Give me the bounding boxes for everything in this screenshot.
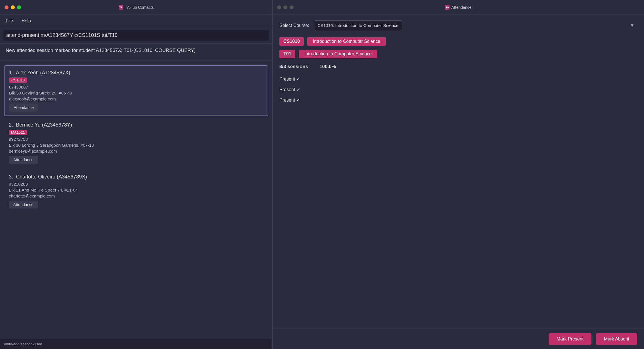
select-course-row: Select Course: CS1010: Introduction to C… [279, 20, 637, 30]
menu-help[interactable]: Help [22, 18, 31, 24]
left-window-title: TA TAHub Contacts [119, 5, 154, 10]
right-title-text: Attendance [451, 5, 472, 10]
attendance-button-1[interactable]: Attendance [9, 104, 38, 112]
course-dropdown[interactable]: CS1010: Introduction to Computer Science [314, 20, 402, 30]
attendance-record-3: Present ✓ [279, 97, 637, 103]
contact-name-1: 1. Alex Yeoh (A1234567X) [9, 70, 263, 76]
record-status-3: Present ✓ [279, 97, 637, 103]
record-status-1: Present ✓ [279, 76, 637, 82]
menu-file[interactable]: File [6, 18, 13, 24]
sessions-percentage: 100.0% [319, 64, 336, 70]
mark-absent-button[interactable]: Mark Absent [596, 333, 637, 345]
record-status-2: Present ✓ [279, 87, 637, 92]
minimize-button[interactable] [11, 5, 15, 9]
contact-name-2: 2. Bernice Yu (A2345678Y) [9, 122, 264, 128]
right-traffic-lights [277, 5, 294, 9]
select-course-label: Select Course: [279, 23, 309, 28]
maximize-button[interactable] [17, 5, 21, 9]
contact-name-3: 3. Charlotte Oliveiro (A3456789X) [9, 174, 264, 180]
output-text: New attended session marked for student … [6, 48, 195, 53]
contact-list: 1. Alex Yeoh (A1234567X) CS1010 87438807… [0, 61, 272, 339]
course-name-badge-2: Introduction to Computer Science [299, 50, 377, 58]
right-window-title: TA Attendance [445, 5, 472, 10]
traffic-lights [5, 5, 21, 9]
sessions-row: 3/3 sessions 100.0% [279, 64, 637, 70]
contact-address-3: Blk 11 Ang Mo Kio Street 74, #11-04 [9, 188, 264, 192]
status-text: /data/addressbook.json [4, 342, 42, 346]
left-title-bar: TA TAHub Contacts [0, 0, 272, 15]
course-dropdown-wrapper: CS1010: Introduction to Computer Science… [314, 20, 637, 30]
command-input[interactable] [3, 30, 269, 41]
menu-bar: File Help [0, 15, 272, 27]
tutorial-code-badge: T01 [279, 50, 295, 58]
contact-email-1: alexyeoh@example.com [9, 96, 263, 101]
attendance-button-2[interactable]: Attendance [9, 156, 38, 164]
attendance-content: Select Course: CS1010: Introduction to C… [273, 15, 644, 329]
contact-phone-2: 99272758 [9, 137, 264, 142]
chevron-down-icon: ▼ [630, 23, 634, 28]
contact-card-2[interactable]: 2. Bernice Yu (A2345678Y) MA1521 9927275… [4, 118, 268, 168]
contact-card-1[interactable]: 1. Alex Yeoh (A1234567X) CS1010 87438807… [4, 65, 268, 116]
left-title-text: TAHub Contacts [125, 5, 154, 10]
contact-phone-1: 87438807 [9, 85, 263, 89]
contact-card-3[interactable]: 3. Charlotte Oliveiro (A3456789X) 932102… [4, 170, 268, 213]
course-info-row-1: CS1010 Introduction to Computer Science [279, 37, 637, 46]
sessions-count: 3/3 sessions [279, 64, 308, 70]
left-panel: TA TAHub Contacts File Help New attended… [0, 0, 273, 349]
attendance-record-2: Present ✓ [279, 87, 637, 92]
contact-email-3: charlotte@example.com [9, 194, 264, 198]
contact-address-1: Blk 30 Geylang Street 29, #06-40 [9, 91, 263, 95]
attendance-button-3[interactable]: Attendance [9, 201, 38, 209]
mark-present-button[interactable]: Mark Present [549, 333, 591, 345]
command-bar [0, 27, 272, 44]
course-code-badge: CS1010 [279, 37, 304, 46]
right-maximize-button[interactable] [290, 5, 294, 9]
right-app-icon: TA [445, 5, 450, 10]
right-title-bar: TA Attendance [273, 0, 644, 15]
right-close-button[interactable] [277, 5, 281, 9]
contact-email-2: berniceyu@example.com [9, 149, 264, 154]
attendance-record-1: Present ✓ [279, 76, 637, 82]
contact-address-2: Blk 30 Lorong 3 Serangoon Gardens, #07-1… [9, 143, 264, 148]
course-info-row-2: T01 Introduction to Computer Science [279, 50, 637, 58]
close-button[interactable] [5, 5, 9, 9]
status-bar: /data/addressbook.json [0, 339, 272, 349]
course-badge-1: CS1010 [9, 77, 27, 83]
output-area: New attended session marked for student … [0, 44, 272, 61]
course-badge-2: MA1521 [9, 130, 27, 135]
right-panel: TA Attendance Select Course: CS1010: Int… [273, 0, 644, 349]
course-name-badge-1: Introduction to Computer Science [307, 37, 386, 46]
right-bottom-bar: Mark Present Mark Absent [273, 329, 644, 349]
right-minimize-button[interactable] [283, 5, 287, 9]
app-icon: TA [119, 5, 123, 10]
contact-phone-3: 93210283 [9, 182, 264, 186]
